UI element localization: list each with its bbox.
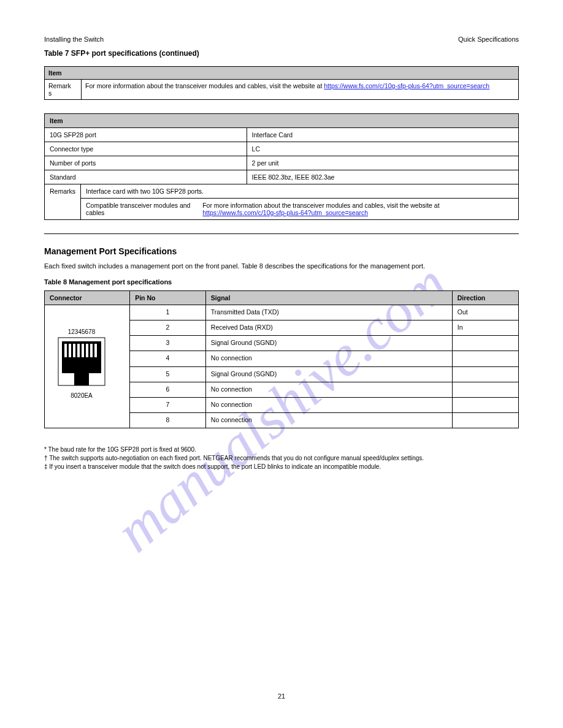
t3-r1-sig: Received Data (RXD) [205,320,452,336]
t3-r1-dir: In [452,320,518,336]
footnotes: * The baud rate for the 10G SFP28 port i… [44,446,519,471]
t3-r2-dir [452,336,518,351]
footnote-1: * The baud rate for the 10G SFP28 port i… [44,446,519,454]
t2-remark-label: Remarks [45,184,81,220]
t2-r0-l: 10G SFP28 port [45,128,247,142]
t2-r2-l: Number of ports [45,156,247,170]
footnote-3: ‡ If you insert a transceiver module tha… [44,463,519,471]
footnote-2: † The switch supports auto-negotiation o… [44,454,519,463]
t3-r2-pin: 3 [130,336,206,351]
t3-r3-sig: No connection [205,351,452,366]
t3-r6-sig: No connection [205,397,452,412]
table2-header: Item [45,114,519,128]
t3-r0-pin: 1 [130,305,206,320]
t3-r5-dir [452,382,518,397]
running-header: Installing the Switch Quick Specificatio… [44,36,519,43]
t3-r5-pin: 6 [130,382,206,397]
table1-remark-label1: Remark [48,82,71,89]
svg-rect-3 [69,344,71,357]
t3-r1-pin: 2 [130,320,206,336]
t2-compat-url[interactable]: https://www.fs.com/c/10g-sfp-plus-64?utm… [202,209,368,216]
header-left: Installing the Switch [44,36,104,43]
svg-rect-5 [77,344,80,357]
svg-rect-7 [86,344,88,357]
table-pinout: Connector Pin No Signal Direction 123456… [44,290,519,428]
t2-r1-l: Connector type [45,142,247,156]
table1-url-link[interactable]: https://www.fs.com/c/10g-sfp-plus-64?utm… [324,82,489,89]
t3-r0-dir: Out [452,305,518,320]
rj45-pins-label: 12345678 [68,328,96,335]
t3-r6-pin: 7 [130,397,206,412]
svg-rect-8 [90,344,93,357]
rj45-connector-diagram: 12345678 [45,305,118,428]
table1-remark-text: For more information about the transceiv… [85,82,322,89]
t2-r1-r: LC [247,142,518,156]
section-heading: Management Port Specifications [44,246,519,256]
t3-r4-pin: 5 [130,366,206,382]
t3-h2: Signal [205,291,452,305]
t3-r7-sig: No connection [205,412,452,428]
t3-r3-dir [452,351,518,366]
t2-r3-l: Standard [45,170,247,184]
t2-r0-r: Interface Card [247,128,518,142]
svg-rect-9 [94,344,97,357]
section-divider [44,233,519,234]
t2-r3-r: IEEE 802.3bz, IEEE 802.3ae [247,170,518,184]
svg-rect-6 [82,344,84,357]
t2-compat-text: For more information about the transceiv… [202,202,439,209]
section-paragraph: Each fixed switch includes a management … [44,262,519,270]
svg-rect-4 [73,344,75,357]
t3-r0-sig: Transmitted Data (TXD) [205,305,452,320]
t2-remark-text: Interface card with two 10G SFP28 ports. [81,184,519,199]
t3-h3: Direction [452,291,518,305]
table3-title: Table 8 Management port specifications [44,278,519,286]
svg-rect-10 [74,373,89,385]
table-sfp-continued: Item Remark s For more information about… [44,66,519,100]
page-title: Table 7 SFP+ port specifications (contin… [44,49,519,58]
t3-r7-pin: 8 [130,412,206,428]
t3-r7-dir [452,412,518,428]
svg-rect-2 [64,344,67,357]
t3-r4-dir [452,366,518,382]
table-interface-card: Item 10G SFP28 portInterface Card Connec… [44,113,519,220]
rj45-sub-label: 8020EA [71,392,93,399]
t3-r2-sig: Signal Ground (SGND) [205,336,452,351]
t2-r2-r: 2 per unit [247,156,518,170]
header-right: Quick Specifications [458,36,519,43]
t3-h1: Pin No [130,291,206,305]
t3-r3-pin: 4 [130,351,206,366]
table1-remark-label2: s [48,89,52,97]
rj45-icon: 12345678 [53,327,110,406]
page-number: 21 [0,692,563,700]
t3-h0: Connector [45,291,130,305]
t3-r6-dir [452,397,518,412]
table1-header: Item [45,67,519,80]
t2-compat-label: Compatible transceiver modules and cable… [86,202,197,216]
t3-r4-sig: Signal Ground (SGND) [205,366,452,382]
t3-r5-sig: No connection [205,382,452,397]
